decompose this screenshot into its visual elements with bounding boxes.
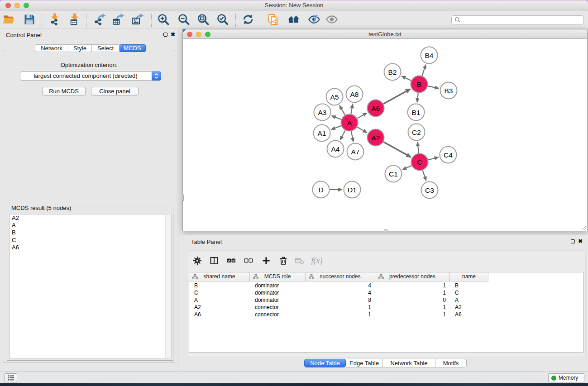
table-tab-network-table[interactable]: Network Table xyxy=(383,359,435,367)
cell-shared_name[interactable]: A6 xyxy=(194,311,250,318)
control-tab-style[interactable]: Style xyxy=(68,44,92,52)
edge-A-A7[interactable] xyxy=(351,131,354,142)
select-all-check-button[interactable] xyxy=(226,255,237,266)
cell-successor_nodes[interactable]: 8 xyxy=(306,296,371,304)
home-button[interactable] xyxy=(287,13,300,26)
column-header-successor-nodes[interactable]: successor nodes xyxy=(306,272,375,281)
save-button[interactable] xyxy=(23,13,36,26)
cell-mcds_role[interactable]: dominator xyxy=(255,289,306,296)
mcds-result-item[interactable]: B xyxy=(10,229,171,236)
cell-name[interactable]: B xyxy=(455,282,488,289)
table-tab-node-table[interactable]: Node Table xyxy=(304,359,346,367)
zoom-in-button[interactable] xyxy=(157,13,170,26)
mcds-result-item[interactable]: A xyxy=(10,222,171,229)
zoom-out-button[interactable] xyxy=(177,13,190,26)
search-input[interactable] xyxy=(461,16,583,24)
control-tab-network[interactable]: Network xyxy=(35,44,68,52)
graph-node-C2[interactable]: C2 xyxy=(408,124,425,141)
cell-mcds_role[interactable]: dominator xyxy=(255,296,306,304)
cell-predecessor_nodes[interactable]: 1 xyxy=(375,311,446,318)
mcds-result-item[interactable]: A6 xyxy=(10,244,171,251)
table-row-A2[interactable]: A2connector11A2 xyxy=(189,304,583,311)
export-image-button[interactable] xyxy=(131,13,144,26)
graph-node-B3[interactable]: B3 xyxy=(440,82,457,99)
cell-shared_name[interactable]: C xyxy=(194,289,250,296)
edge-A-A1[interactable] xyxy=(331,126,341,129)
criterion-dropdown[interactable]: largest connected component (directed) xyxy=(20,71,161,81)
column-header-shared-name[interactable]: shared name xyxy=(189,272,250,281)
cell-successor_nodes[interactable]: 4 xyxy=(306,282,371,289)
edge-B-B4[interactable] xyxy=(422,65,426,76)
mcds-result-list[interactable]: A2ABCA6 xyxy=(10,214,172,358)
graph-node-D[interactable]: D xyxy=(313,181,330,198)
graph-node-A1[interactable]: A1 xyxy=(314,125,330,142)
cell-name[interactable]: C xyxy=(455,289,488,296)
table-tab-motifs[interactable]: Motifs xyxy=(435,359,467,367)
table-row-A6[interactable]: A6connector11A6 xyxy=(189,311,583,318)
run-mcds-button[interactable]: Run MCDS xyxy=(42,87,86,95)
window-left-resize-handle[interactable] xyxy=(182,195,184,201)
edge-A-A3[interactable] xyxy=(332,116,341,119)
cell-mcds_role[interactable]: connector xyxy=(255,304,306,311)
cell-name[interactable]: A2 xyxy=(455,304,488,311)
cell-name[interactable]: A xyxy=(455,296,488,304)
graph-node-B[interactable]: B xyxy=(411,76,428,93)
zoom-fit-button[interactable] xyxy=(197,13,210,26)
column-header-MCDS-role[interactable]: MCDS role xyxy=(250,272,306,281)
close-panel-icon[interactable]: ✖ xyxy=(171,31,175,38)
refresh-button[interactable] xyxy=(242,13,254,26)
delete-column-button[interactable] xyxy=(278,255,289,266)
graph-node-A[interactable]: A xyxy=(341,114,358,131)
edge-B-B3[interactable] xyxy=(428,86,439,88)
edge-A-A4[interactable] xyxy=(340,130,345,140)
graph-node-B4[interactable]: B4 xyxy=(421,47,438,64)
show-panels-button[interactable] xyxy=(5,373,17,382)
export-table-button[interactable] xyxy=(112,13,124,26)
graph-node-C[interactable]: C xyxy=(411,154,428,171)
add-column-button[interactable] xyxy=(261,255,272,266)
graph-node-A3[interactable]: A3 xyxy=(314,104,331,121)
delete-table-button[interactable] xyxy=(294,255,305,266)
split-view-button[interactable] xyxy=(209,255,220,266)
graph-node-A6[interactable]: A6 xyxy=(368,100,384,117)
cell-shared_name[interactable]: A2 xyxy=(194,304,250,311)
edge-C-C4[interactable] xyxy=(428,157,439,160)
copy-share-button[interactable] xyxy=(267,13,280,26)
gear-button[interactable] xyxy=(192,255,203,266)
cell-mcds_role[interactable]: dominator xyxy=(255,282,306,289)
hide-detail-button[interactable] xyxy=(308,13,320,26)
graph-node-C1[interactable]: C1 xyxy=(385,166,402,182)
edge-C-C1[interactable] xyxy=(402,166,411,170)
table-float-panel-icon[interactable] xyxy=(571,239,575,243)
edge-A-A5[interactable] xyxy=(339,105,345,115)
export-network-button[interactable] xyxy=(93,13,106,26)
edge-B-B2[interactable] xyxy=(402,76,411,81)
table-row-C[interactable]: Cdominator41C xyxy=(189,289,583,296)
select-none-check-button[interactable] xyxy=(243,255,254,266)
edge-A6-B[interactable] xyxy=(383,89,411,104)
float-panel-icon[interactable] xyxy=(163,33,167,37)
table-row-B[interactable]: Bdominator41B xyxy=(189,282,583,289)
edge-C-C2[interactable] xyxy=(417,142,419,153)
cell-predecessor_nodes[interactable]: 1 xyxy=(375,304,446,311)
show-detail-button[interactable] xyxy=(325,13,338,26)
zoom-selected-button[interactable] xyxy=(216,13,229,26)
graph-node-C4[interactable]: C4 xyxy=(440,147,457,163)
table-tab-edge-table[interactable]: Edge Table xyxy=(346,359,383,367)
edge-C-C3[interactable] xyxy=(423,170,426,181)
control-tab-mcds[interactable]: MCDS xyxy=(120,44,146,52)
graph-node-A4[interactable]: A4 xyxy=(327,141,344,157)
edge-A-A8[interactable] xyxy=(351,104,353,114)
cell-mcds_role[interactable]: connector xyxy=(255,311,306,318)
cell-successor_nodes[interactable]: 1 xyxy=(306,311,371,318)
graph-node-A2[interactable]: A2 xyxy=(368,129,384,146)
graph-node-B2[interactable]: B2 xyxy=(384,64,401,81)
cell-successor_nodes[interactable]: 4 xyxy=(306,289,371,296)
graph-node-A5[interactable]: A5 xyxy=(326,89,343,105)
memory-indicator[interactable]: Memory xyxy=(548,373,584,382)
column-header-name[interactable]: name xyxy=(450,272,488,281)
search-box[interactable] xyxy=(451,15,584,24)
control-tab-select[interactable]: Select xyxy=(92,44,120,52)
graph-node-B1[interactable]: B1 xyxy=(408,104,425,121)
mcds-result-item[interactable]: C xyxy=(10,237,171,244)
